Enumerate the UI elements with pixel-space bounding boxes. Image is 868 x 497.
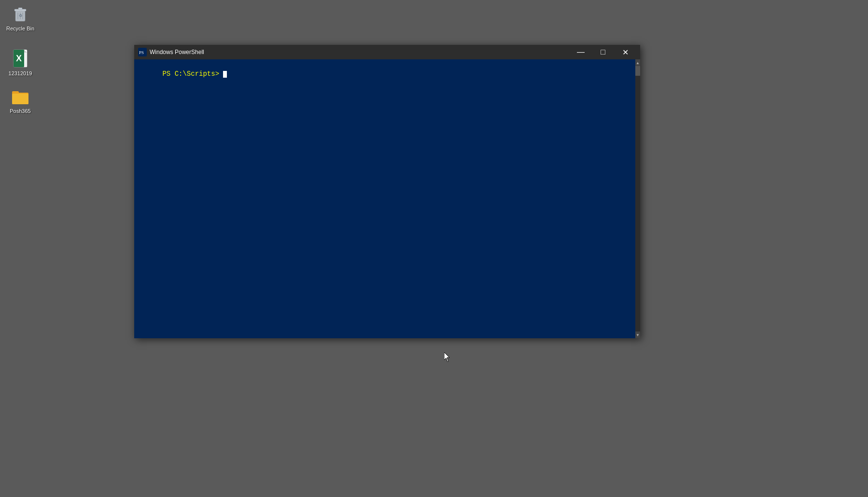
svg-text:X: X xyxy=(16,54,22,63)
scrollbar-thumb[interactable] xyxy=(635,66,640,76)
svg-text:♻: ♻ xyxy=(19,14,22,18)
recycle-bin-image: ♻ xyxy=(11,4,30,23)
scroll-down-arrow[interactable]: ▼ xyxy=(635,331,640,338)
svg-rect-15 xyxy=(12,94,28,104)
powershell-titlebar[interactable]: PS Windows PowerShell — □ ✕ xyxy=(134,45,640,59)
maximize-button[interactable]: □ xyxy=(592,45,614,59)
powershell-prompt: PS C:\Scripts> xyxy=(138,62,636,85)
window-controls: — □ ✕ xyxy=(570,45,636,59)
posh365-folder-icon[interactable]: Posh365 xyxy=(2,84,39,116)
powershell-icon: PS xyxy=(138,48,147,56)
excel-file-icon[interactable]: X 12312019 xyxy=(2,47,39,79)
scrollbar[interactable]: ▲ ▼ xyxy=(635,59,640,338)
recycle-bin-icon[interactable]: ♻ Recycle Bin xyxy=(2,2,39,34)
powershell-window: PS Windows PowerShell — □ ✕ PS C:\Script… xyxy=(134,45,640,338)
excel-file-image: X xyxy=(11,49,30,68)
scroll-up-arrow[interactable]: ▲ xyxy=(635,59,640,66)
cursor xyxy=(223,71,227,78)
scrollbar-track xyxy=(635,76,640,331)
powershell-body[interactable]: PS C:\Scripts> ▲ ▼ xyxy=(134,59,640,338)
minimize-button[interactable]: — xyxy=(570,45,592,59)
svg-rect-5 xyxy=(18,8,22,10)
posh365-folder-image xyxy=(11,86,30,106)
posh365-folder-label: Posh365 xyxy=(10,108,30,114)
close-button[interactable]: ✕ xyxy=(614,45,636,59)
svg-rect-12 xyxy=(24,53,27,67)
svg-rect-14 xyxy=(12,91,19,94)
svg-text:PS: PS xyxy=(139,50,144,55)
powershell-title: Windows PowerShell xyxy=(150,49,570,55)
excel-file-label: 12312019 xyxy=(9,70,32,77)
recycle-bin-label: Recycle Bin xyxy=(6,25,34,32)
